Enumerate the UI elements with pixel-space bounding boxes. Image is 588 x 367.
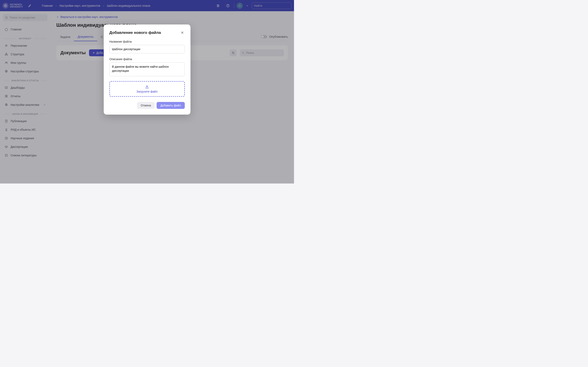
download-icon xyxy=(145,85,149,89)
description-input[interactable] xyxy=(109,62,185,76)
close-icon xyxy=(181,31,184,34)
filename-input[interactable] xyxy=(109,45,185,53)
filename-label: Название файла xyxy=(109,40,185,43)
cancel-button[interactable]: Отмена xyxy=(137,102,155,109)
upload-dropzone[interactable]: Загрузите файл xyxy=(109,81,185,97)
modal-title: Добавление нового файла xyxy=(109,30,161,35)
submit-button[interactable]: Добавить файл xyxy=(156,102,185,109)
add-file-modal: Добавление нового файла Название файла О… xyxy=(104,25,190,115)
close-button[interactable] xyxy=(180,30,185,35)
description-label: Описание файла xyxy=(109,58,185,61)
modal-overlay[interactable]: Добавление нового файла Название файла О… xyxy=(0,0,294,184)
